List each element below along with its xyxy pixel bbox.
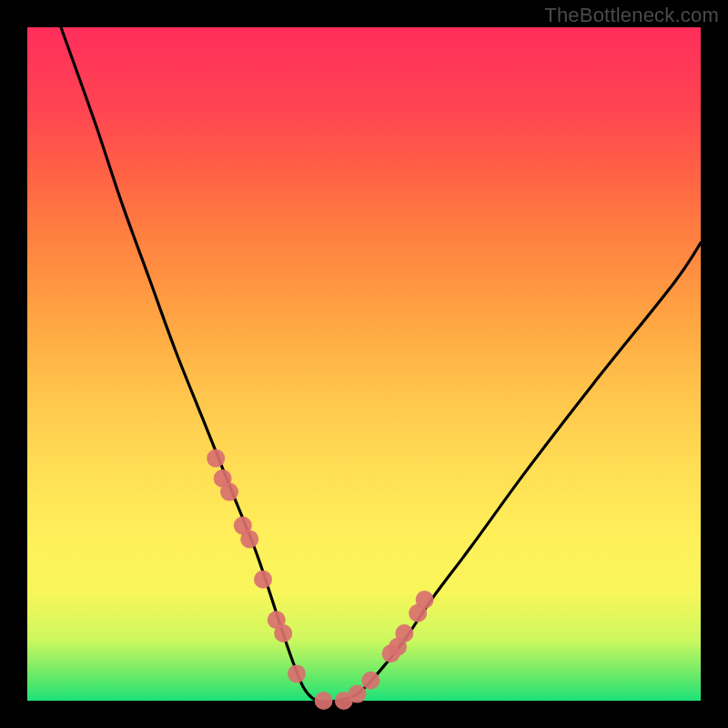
scatter-markers	[207, 450, 433, 710]
watermark-text: TheBottleneck.com	[544, 4, 719, 27]
scatter-dot	[315, 692, 333, 710]
scatter-dot	[416, 591, 434, 609]
scatter-dot	[349, 685, 367, 703]
scatter-dot	[361, 672, 379, 690]
chart-svg	[27, 27, 701, 701]
scatter-dot	[220, 483, 238, 501]
valley-curve	[61, 27, 701, 702]
scatter-dot	[240, 530, 258, 548]
chart-frame: TheBottleneck.com	[0, 0, 728, 728]
scatter-dot	[288, 664, 306, 682]
scatter-dot	[254, 571, 272, 589]
scatter-dot	[274, 624, 292, 642]
plot-area	[27, 27, 701, 701]
scatter-dot	[207, 450, 225, 468]
scatter-dot	[395, 624, 413, 642]
